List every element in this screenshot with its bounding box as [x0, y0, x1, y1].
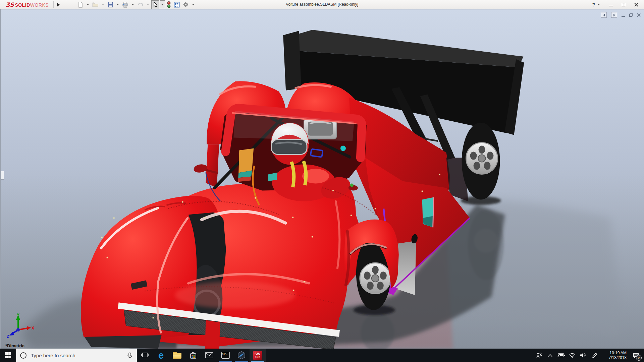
notification-badge: 2 [636, 355, 642, 361]
collapsed-panel-tab[interactable] [1, 171, 4, 180]
print-icon [122, 2, 128, 8]
chevron-up-icon [548, 354, 552, 357]
mail-icon [205, 352, 213, 358]
rebuild-button[interactable] [166, 0, 172, 9]
window-controls: ? [592, 2, 644, 8]
view-orientation-label: *Dimetric [5, 343, 24, 348]
print-button[interactable] [121, 0, 129, 9]
open-button[interactable] [91, 0, 100, 9]
solidworks-window: ƷS SOLID WORKS [0, 0, 644, 362]
tray-date: 7/13/2018 [602, 355, 627, 360]
display-settings-button[interactable] [173, 0, 181, 9]
traffic-light-icon [167, 1, 171, 8]
hexagon-app-icon [237, 351, 246, 360]
help-dropdown[interactable] [598, 4, 600, 5]
solidworks-logo: ƷS SOLID WORKS [0, 1, 52, 8]
cortana-icon [20, 352, 26, 359]
open-folder-icon [92, 2, 99, 8]
restore-button[interactable] [621, 2, 627, 8]
people-button[interactable] [533, 349, 544, 362]
select-dropdown[interactable] [160, 0, 165, 9]
properties-list-icon [174, 2, 180, 8]
speaker-icon [580, 353, 586, 358]
file-explorer-icon [173, 352, 181, 359]
open-dropdown[interactable] [100, 0, 106, 9]
volume-button[interactable] [578, 349, 589, 362]
show-left-pane-button[interactable] [601, 12, 607, 18]
help-button[interactable]: ? [592, 2, 595, 7]
undo-button[interactable] [136, 0, 145, 9]
tray-time: 10:19 AM [602, 351, 627, 355]
search-input[interactable] [30, 352, 123, 359]
rear-wheel [462, 123, 500, 200]
titlebar: ƷS SOLID WORKS [0, 0, 644, 9]
taskbar-clock[interactable]: 10:19 AM 7/13/2018 [600, 351, 629, 360]
solidworks-icon: SW 2017 [253, 351, 262, 360]
race-car-model[interactable] [1, 9, 644, 349]
graphics-viewport: Y X Z *Dimetric [0, 9, 644, 349]
wifi-icon [569, 353, 576, 358]
axis-z-label: Z [7, 334, 9, 339]
axis-y-label: Y [17, 313, 19, 317]
command-prompt-icon: C:\_ [221, 352, 230, 359]
battery-charging-icon [557, 353, 565, 358]
orientation-triad: Y X Z [6, 312, 34, 339]
task-view-button[interactable] [137, 349, 153, 362]
battery-button[interactable] [555, 349, 567, 362]
task-view-icon [141, 352, 149, 358]
options-button[interactable] [181, 0, 190, 9]
network-button[interactable] [567, 349, 578, 362]
document-window-controls [601, 12, 641, 18]
start-button[interactable] [0, 349, 16, 362]
logo-works: WORKS [30, 2, 49, 8]
doc-restore-button[interactable] [629, 13, 633, 17]
menu-flyout-arrow-icon[interactable] [57, 3, 60, 7]
pen-icon [591, 353, 597, 358]
doc-minimize-button[interactable] [622, 13, 625, 17]
select-cursor-icon [152, 2, 158, 8]
microphone-icon [127, 352, 133, 359]
quick-access-toolbar [76, 0, 196, 9]
show-right-pane-button[interactable] [611, 12, 617, 18]
side-intake [422, 197, 434, 227]
taskbar-app-hexagon[interactable] [233, 349, 250, 362]
edge-icon: e [158, 351, 164, 360]
undo-dropdown[interactable] [145, 0, 151, 9]
system-tray: 10:19 AM 7/13/2018 2 [533, 349, 644, 362]
window-title: Voiture assomblee.SLDASM [Read-only] [286, 0, 358, 9]
gear-icon [182, 1, 189, 8]
axis-x-label: X [32, 326, 34, 330]
pen-button[interactable] [589, 349, 600, 362]
minimize-button[interactable] [608, 2, 614, 8]
divider [53, 1, 54, 8]
doc-close-button[interactable] [637, 13, 641, 17]
tray-overflow-button[interactable] [544, 349, 555, 362]
logo-glyph: ƷS [5, 1, 14, 8]
microsoft-store-icon [190, 352, 197, 359]
undo-arrow-icon [137, 2, 144, 8]
logo-solid: SOLID [15, 2, 30, 8]
save-dropdown[interactable] [115, 0, 120, 9]
select-button[interactable] [151, 0, 159, 9]
options-dropdown[interactable] [191, 0, 196, 9]
taskbar-app-edge[interactable]: e [153, 349, 169, 362]
new-document-icon [77, 2, 84, 8]
taskbar-app-solidworks[interactable]: SW 2017 [250, 349, 266, 362]
print-dropdown[interactable] [130, 0, 136, 9]
new-document-button[interactable] [76, 0, 85, 9]
close-button[interactable] [633, 2, 639, 8]
save-floppy-icon [107, 2, 113, 8]
taskbar-search[interactable] [16, 349, 137, 362]
taskbar-app-command-prompt[interactable]: C:\_ [217, 349, 233, 362]
new-document-dropdown[interactable] [85, 0, 91, 9]
taskbar-app-file-explorer[interactable] [169, 349, 185, 362]
windows-taskbar: e C:\_ [0, 349, 644, 362]
taskbar-app-store[interactable] [185, 349, 201, 362]
people-icon [536, 352, 542, 358]
taskbar-app-mail[interactable] [201, 349, 217, 362]
action-center-button[interactable]: 2 [629, 349, 643, 362]
save-button[interactable] [106, 0, 114, 9]
windows-logo-icon [5, 352, 11, 358]
